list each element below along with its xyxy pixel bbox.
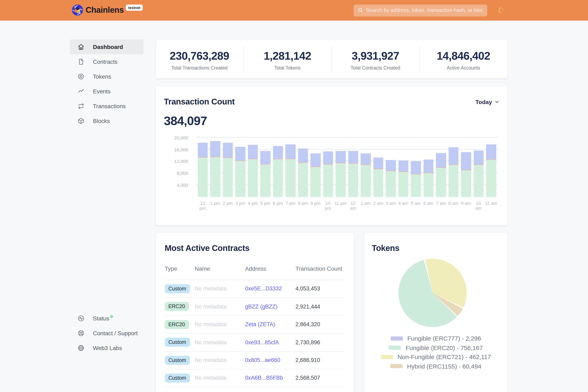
tokens-pie-chart	[398, 258, 467, 327]
address-link[interactable]: Zeta (ZETA)	[245, 322, 295, 328]
sidebar-item-blocks[interactable]: Blocks	[70, 114, 143, 128]
sidebar-item-tokens[interactable]: Tokens	[70, 69, 143, 84]
chart-bar-5-pm	[259, 138, 272, 197]
moon-icon[interactable]	[498, 6, 505, 14]
x-tick-label: 11 am	[485, 200, 497, 210]
bar-segment-series-green	[210, 157, 220, 197]
bar-stack	[373, 158, 383, 197]
sidebar-item-web3-labs[interactable]: Web3 Labs	[70, 340, 143, 356]
bar-segment-series-green	[486, 160, 496, 197]
table-row: CustomNo metadata0xe5E...D33324,053,453	[165, 280, 345, 298]
chart-bar-3-am	[384, 138, 397, 197]
table-row: CustomNo metadata0xA6B...B5FBb2,568,507	[165, 369, 345, 387]
bar-segment-series-green	[474, 165, 484, 197]
bar-segment-series-blue	[298, 148, 308, 163]
bar-segment-series-green	[223, 158, 233, 197]
address-link[interactable]: 0x805...ae660	[245, 357, 295, 364]
bar-segment-series-green	[273, 159, 283, 197]
chart-bar-5-am	[410, 138, 422, 197]
x-tick-label: 4 am	[397, 200, 410, 210]
bar-segment-series-blue	[486, 144, 496, 159]
column-header-transaction-count: Transaction Count	[295, 265, 345, 272]
bar-segment-series-green	[373, 169, 383, 197]
range-selector-dropdown[interactable]: Today	[476, 98, 499, 105]
bar-stack	[298, 148, 308, 197]
bar-stack	[260, 151, 270, 197]
chart-bar-9-am	[460, 138, 472, 197]
stat-value: 1,281,142	[244, 50, 331, 62]
bar-segment-series-green	[461, 170, 471, 197]
type-badge: Custom	[165, 374, 190, 382]
legend-label: Non-Fungible (ERC721) - 462,117	[397, 354, 491, 360]
legend-item: Non-Fungible (ERC721) - 462,117	[372, 352, 500, 362]
cell-name: No metadata	[195, 375, 245, 381]
x-tick-label: 12 pm	[196, 200, 209, 210]
x-tick-label: 3 am	[384, 200, 397, 210]
chevron-down-icon	[495, 100, 499, 104]
chart-bars	[196, 138, 497, 197]
address-link[interactable]: 0xe93...85cfA	[245, 339, 295, 346]
sidebar-item-dashboard[interactable]: Dashboard	[70, 40, 143, 54]
address-link[interactable]: gBZZ (gBZZ)	[245, 304, 295, 310]
bar-chart: 4,0008,00012,00016,00020,000	[164, 138, 499, 197]
bar-segment-series-blue	[423, 160, 433, 173]
sidebar-item-label: Contracts	[93, 58, 118, 65]
bar-stack	[486, 144, 496, 197]
bar-segment-series-green	[361, 165, 371, 197]
stat-label: Active Accounts	[420, 65, 507, 70]
chart-bar-12-am	[347, 138, 359, 197]
bar-segment-series-blue	[310, 154, 321, 166]
x-tick-label: 8 pm	[297, 200, 309, 210]
document-icon	[78, 58, 84, 65]
cell-transaction-count: 2,568,507	[295, 375, 345, 381]
table-row: CustomNo metadata0xe93...85cfA2,730,896	[165, 333, 345, 351]
cell-name: No metadata	[195, 304, 245, 310]
address-link[interactable]: 0xA6B...B5FBb	[245, 375, 295, 381]
sidebar-item-contracts[interactable]: Contracts	[70, 54, 143, 69]
range-selector-value: Today	[476, 98, 492, 105]
x-tick-label: 3 pm	[234, 200, 246, 210]
most-active-contracts-card: Most Active Contracts TypeNameAddressTra…	[156, 232, 354, 392]
type-badge: ERC20	[165, 320, 189, 329]
brand[interactable]: Chainlens testnet	[72, 4, 143, 16]
bar-stack	[210, 141, 220, 197]
contracts-table-title: Most Active Contracts	[165, 243, 345, 253]
bar-stack	[436, 153, 446, 197]
bar-segment-series-blue	[461, 152, 471, 170]
bar-stack	[235, 147, 245, 197]
x-tick-label: 6 am	[422, 200, 435, 210]
sidebar-item-events[interactable]: Events	[70, 84, 143, 99]
cell-type: ERC20	[165, 302, 195, 311]
type-badge: Custom	[165, 284, 190, 293]
address-link[interactable]: 0xe5E...D3332	[245, 286, 295, 292]
x-tick-label: 5 am	[410, 200, 422, 210]
search-bar[interactable]	[354, 4, 487, 16]
bar-segment-series-green	[248, 159, 258, 197]
chart-bar-9-pm	[309, 138, 322, 197]
sidebar-item-status[interactable]: Status	[70, 311, 143, 326]
x-tick-label: 5 pm	[259, 200, 272, 210]
bar-segment-series-blue	[398, 161, 408, 172]
bar-segment-series-blue	[223, 143, 233, 157]
sidebar-item-transactions[interactable]: Transactions	[70, 99, 143, 114]
search-input[interactable]	[366, 8, 483, 13]
bar-segment-series-green	[198, 157, 208, 197]
bar-segment-series-green	[411, 174, 421, 197]
bar-stack	[248, 144, 258, 197]
bar-segment-series-blue	[474, 150, 484, 164]
bar-segment-series-blue	[285, 144, 295, 159]
sidebar-item-contact-support[interactable]: Contact / Support	[70, 326, 143, 340]
chart-bar-11-pm	[334, 138, 347, 197]
transaction-count-total: 384,097	[164, 114, 499, 128]
legend-item: Hybrid (ERC1155) - 60,494	[372, 362, 500, 371]
bar-stack	[336, 151, 346, 197]
transaction-count-card: Transaction Count Today 384,097 4,0008,0…	[156, 86, 507, 225]
bar-segment-series-blue	[248, 144, 258, 158]
bar-segment-series-green	[323, 164, 333, 197]
column-header-type: Type	[165, 265, 195, 272]
bar-segment-series-blue	[336, 151, 346, 163]
tokens-legend: Fungible (ERC777) - 2,296Fungible (ERC20…	[372, 334, 500, 371]
chart-bar-4-pm	[246, 138, 259, 197]
env-badge: testnet	[126, 4, 143, 11]
legend-label: Fungible (ERC20) - 756,167	[406, 344, 483, 351]
